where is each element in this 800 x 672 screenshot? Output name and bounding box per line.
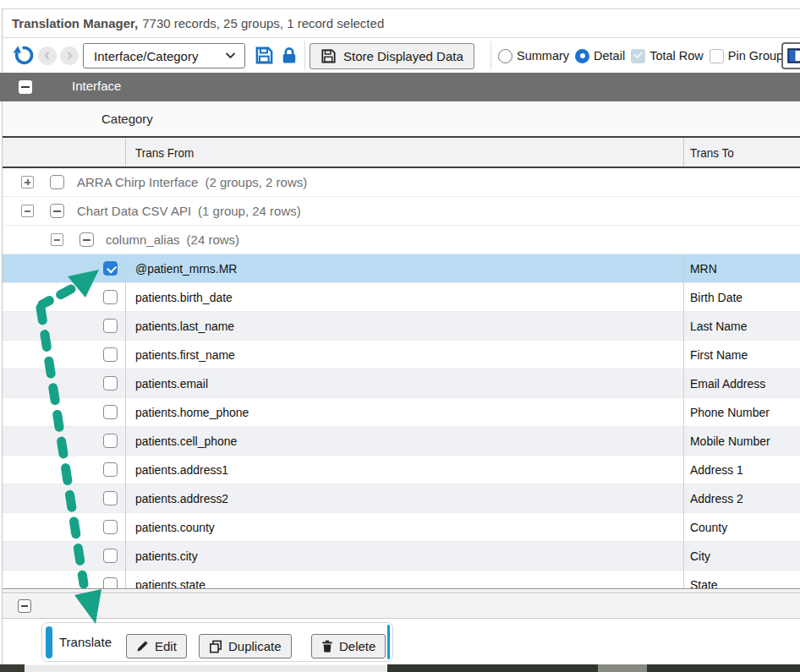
panel-accent-bar <box>46 626 52 658</box>
nav-forward-button[interactable] <box>60 46 79 65</box>
group-label: ARRA Chirp Interface <box>77 175 198 189</box>
pin-groups-checkbox-option[interactable]: Pin Groups <box>710 49 790 63</box>
background-window-strip <box>25 664 387 672</box>
split-panel-icon <box>787 48 800 63</box>
chevron-right-icon <box>63 50 75 62</box>
table-row[interactable]: patients.address2 Address 2 <box>3 484 800 513</box>
row-checkbox[interactable] <box>103 376 118 391</box>
save-icon[interactable] <box>255 46 274 68</box>
column-header-trans-from[interactable]: Trans From <box>135 145 200 160</box>
expand-icon[interactable] <box>21 176 34 188</box>
record-count-summary: 7730 records, 25 groups, 1 record select… <box>142 16 384 30</box>
background-window-strip <box>387 664 598 672</box>
table-row[interactable]: patients.home_phone Phone Number <box>3 398 800 427</box>
view-selector-dropdown[interactable]: Interface/Category <box>83 43 245 68</box>
row-checkbox[interactable] <box>103 520 118 534</box>
edit-button[interactable]: Edit <box>126 634 187 658</box>
pin-groups-label: Pin Groups <box>728 49 790 63</box>
trans-from-cell: patients.email <box>135 376 216 391</box>
translate-panel: Translate Edit Duplicate <box>41 622 393 662</box>
row-checkbox[interactable] <box>103 577 118 589</box>
trans-from-cell: patients.cell_phone <box>135 434 249 449</box>
row-checkbox[interactable] <box>103 347 118 362</box>
group-row[interactable]: column_alias(24 rows) <box>3 226 800 254</box>
copy-icon <box>209 640 222 653</box>
table-row[interactable]: patients.email Email Address <box>3 369 800 398</box>
trans-from-cell: patients.state <box>135 577 213 589</box>
collapse-icon[interactable] <box>21 205 34 217</box>
row-checkbox[interactable] <box>103 549 118 563</box>
row-checkbox[interactable] <box>103 319 118 333</box>
view-selector-value: Interface/Category <box>94 49 225 63</box>
trans-to-cell: Address 1 <box>690 462 749 478</box>
trans-to-cell: MRN <box>690 261 720 276</box>
store-button-label: Store Displayed Data <box>343 49 463 63</box>
group-row[interactable]: ARRA Chirp Interface(2 groups, 2 rows) <box>3 168 800 197</box>
chevron-left-icon <box>41 50 53 62</box>
row-checkbox-checked[interactable] <box>103 261 118 276</box>
collapse-icon[interactable] <box>51 233 63 246</box>
row-checkbox[interactable] <box>103 491 118 505</box>
summary-radio-option[interactable]: Summary <box>498 49 569 63</box>
group-checkbox-indeterminate[interactable] <box>79 232 94 247</box>
trans-to-cell: Last Name <box>690 319 753 334</box>
group-checkbox-indeterminate[interactable] <box>50 204 64 218</box>
row-checkbox[interactable] <box>103 434 118 448</box>
column-header-trans-to[interactable]: Trans To <box>690 145 739 160</box>
trans-from-cell: patients.address1 <box>135 462 238 478</box>
freeze-columns-button[interactable] <box>781 42 800 69</box>
background-window-strip <box>598 664 647 672</box>
trash-icon <box>321 640 333 653</box>
group-meta: (24 rows) <box>187 232 240 247</box>
undo-icon[interactable] <box>12 44 35 70</box>
table-row[interactable]: patients.city City <box>3 542 800 571</box>
collapse-panel-icon[interactable] <box>18 599 31 613</box>
table-row[interactable]: patients.last_name Last Name <box>3 312 800 341</box>
save-dark-icon <box>321 48 337 64</box>
radio-checked-icon[interactable] <box>575 49 589 63</box>
trans-to-cell: Address 2 <box>690 491 749 506</box>
table-row[interactable]: patients.county County <box>3 513 800 542</box>
trans-from-cell: patients.home_phone <box>135 405 261 420</box>
row-checkbox[interactable] <box>103 462 118 477</box>
collapse-all-icon[interactable] <box>19 80 32 94</box>
translation-manager-window: Translation Manager, 7730 records, 25 gr… <box>0 0 800 672</box>
panel-accent-line <box>387 625 390 659</box>
lock-icon[interactable] <box>280 46 299 68</box>
toolbar-separator <box>304 41 305 70</box>
total-row-checkbox <box>631 49 645 63</box>
detail-radio-option[interactable]: Detail <box>575 49 625 63</box>
store-displayed-data-button[interactable]: Store Displayed Data <box>310 43 474 69</box>
duplicate-button-label: Duplicate <box>228 639 282 653</box>
toolbar-separator <box>490 41 491 70</box>
table-row[interactable]: patients.cell_phone Mobile Number <box>3 427 800 456</box>
group-meta: (1 group, 24 rows) <box>198 204 301 218</box>
pin-groups-checkbox[interactable] <box>710 49 724 63</box>
nav-back-button[interactable] <box>38 46 57 65</box>
subgroup-label: Category <box>101 112 153 126</box>
column-divider <box>125 138 126 167</box>
table-row[interactable]: patients.first_name First Name <box>3 341 800 369</box>
total-row-checkbox-option[interactable]: Total Row <box>631 49 704 63</box>
grid-rows: ARRA Chirp Interface(2 groups, 2 rows) C… <box>3 168 800 589</box>
group-band-label: Interface <box>72 79 121 93</box>
table-row[interactable]: patients.address1 Address 1 <box>3 456 800 484</box>
group-row[interactable]: Chart Data CSV API(1 group, 24 rows) <box>3 197 800 226</box>
duplicate-button[interactable]: Duplicate <box>199 634 292 658</box>
background-window-strip <box>0 664 25 672</box>
detail-radio-label: Detail <box>594 49 625 63</box>
trans-from-cell: patients.address2 <box>135 491 238 506</box>
table-row[interactable]: patients.birth_date Birth Date <box>3 283 800 312</box>
row-checkbox[interactable] <box>103 405 118 419</box>
table-row-selected[interactable]: @patient_mrns.MR MRN <box>3 254 800 283</box>
trans-to-cell: County <box>690 520 732 535</box>
trans-to-cell: Mobile Number <box>690 434 779 449</box>
table-row[interactable]: patients.state State <box>3 571 800 589</box>
radio-unchecked-icon[interactable] <box>498 49 512 63</box>
group-checkbox[interactable] <box>50 175 64 189</box>
trans-to-cell: Birth Date <box>690 290 748 305</box>
trans-from-cell: patients.birth_date <box>135 290 244 305</box>
row-checkbox[interactable] <box>103 290 118 304</box>
delete-button[interactable]: Delete <box>311 634 386 658</box>
delete-button-label: Delete <box>339 639 375 653</box>
